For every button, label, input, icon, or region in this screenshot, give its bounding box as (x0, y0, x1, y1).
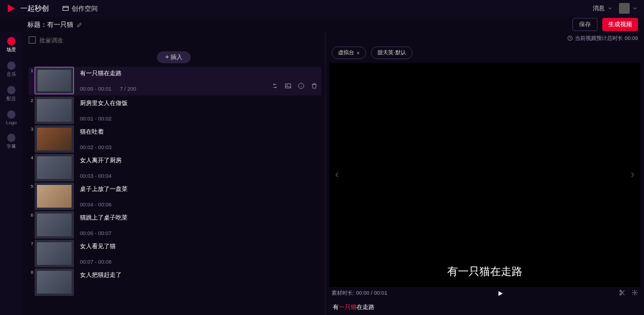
scene-tool-image-icon[interactable] (284, 82, 292, 91)
select-all-checkbox[interactable] (29, 36, 36, 44)
scene-thumbnail[interactable] (35, 154, 74, 181)
scene-text: 桌子上放了一盘菜 (80, 185, 315, 193)
scene-thumbnail[interactable] (35, 125, 74, 153)
scene-text: 猫跳上了桌子吃菜 (80, 214, 315, 222)
messages-label: 消息 (593, 4, 605, 13)
save-button[interactable]: 保存 (572, 18, 597, 31)
edit-title-icon[interactable] (77, 21, 83, 27)
rail-item-label: 场景 (7, 47, 16, 53)
scene-text: 厨房里女人在做饭 (80, 99, 315, 107)
scene-text: 女人把猫赶走了 (80, 271, 315, 279)
scene-thumbnail[interactable] (35, 67, 74, 94)
scene-thumbnail[interactable] (35, 240, 74, 267)
scene-time: 00:02 - 00:03 (80, 144, 315, 150)
total-duration: 当前视频预计总时长 00:09 (575, 35, 638, 42)
scene-time: 00:03 - 00:04 (80, 173, 315, 179)
scene-number: 6 (29, 211, 33, 239)
user-menu-chevron-icon[interactable] (632, 5, 638, 11)
scene-item[interactable]: 8 女人把猫赶走了 (29, 268, 321, 296)
scene-text: 猫在吐着 (80, 128, 315, 136)
scene-thumbnail[interactable] (35, 268, 74, 296)
chip-voice-default[interactable]: 甜天英·默认 (371, 47, 413, 59)
prev-frame-icon[interactable] (333, 171, 341, 179)
scene-number: 3 (29, 125, 33, 153)
scene-tool-delete-icon[interactable] (311, 82, 318, 91)
subtitle-pre: 有 (333, 304, 339, 310)
scene-item[interactable]: 4 女人离开了厨房 00:03 - 00:04 (29, 154, 321, 181)
video-caption: 有一只猫在走路 (329, 264, 640, 279)
chevron-down-icon (607, 5, 613, 11)
generate-video-button[interactable]: 生成视频 (602, 18, 638, 31)
scene-tool-info-icon[interactable] (298, 82, 305, 91)
scene-number: 8 (29, 268, 33, 296)
scene-time: 00:06 - 00:07 (80, 230, 315, 236)
page-title: 标题：有一只猫 (27, 20, 73, 29)
rail-item-label: Logo (6, 120, 17, 125)
workspace-link[interactable]: 创作空间 (62, 4, 98, 13)
scene-text: 女人离开了厨房 (80, 156, 315, 165)
rail-item-voice[interactable]: 配音 (2, 84, 20, 104)
scene-char-count: 7 / 200 (120, 86, 137, 92)
scene-number: 1 (29, 67, 33, 94)
rail-item-label: 配音 (7, 95, 16, 102)
next-frame-icon[interactable] (628, 171, 637, 179)
scene-time: 00:01 - 00:02 (80, 116, 315, 122)
scene-thumbnail[interactable] (35, 211, 74, 239)
scene-time: 00:04 - 00:06 (80, 202, 315, 208)
avatar[interactable] (619, 3, 630, 14)
svg-point-12 (634, 292, 636, 294)
scene-number: 7 (29, 240, 33, 267)
chip-close-icon[interactable]: × (357, 50, 360, 56)
svg-point-8 (620, 290, 621, 292)
clip-timer: 素材时长: 00:00 / 00:01 (332, 289, 388, 297)
side-rail: 场景 音乐 配音 Logo 字幕 (0, 32, 23, 315)
scene-time: 00:00 - 00:01 (80, 86, 112, 92)
brand-name: 一起秒创 (20, 4, 49, 14)
rail-item-label: 字幕 (7, 143, 16, 150)
subtitle-highlight: 一只猫 (339, 304, 357, 310)
rail-item-label: 音乐 (7, 71, 16, 78)
clock-icon (567, 35, 573, 41)
svg-rect-0 (63, 7, 69, 11)
scene-item[interactable]: 1 有一只猫在走路 00:00 - 00:01 7 / 200 (29, 67, 321, 95)
scene-thumbnail[interactable] (35, 183, 74, 210)
scene-number: 5 (29, 183, 33, 210)
cut-tool-icon[interactable] (619, 289, 626, 297)
rail-item-subtitle[interactable]: 字幕 (2, 131, 20, 152)
scene-item[interactable]: 5 桌子上放了一盘菜 00:04 - 00:06 (29, 183, 321, 210)
scene-item[interactable]: 6 猫跳上了桌子吃菜 00:06 - 00:07 (29, 211, 321, 239)
rail-item-music[interactable]: 音乐 (2, 59, 20, 80)
scene-number: 2 (29, 97, 33, 124)
settings-tool-icon[interactable] (631, 289, 638, 297)
insert-scene-button[interactable]: + 插入 (157, 51, 191, 63)
rail-item-scene[interactable]: 场景 (2, 35, 20, 55)
messages-link[interactable]: 消息 (593, 4, 613, 13)
chip-virtual-stage[interactable]: 虚拟台 × (332, 47, 366, 59)
scene-thumbnail[interactable] (35, 97, 74, 124)
subtitle-editor[interactable]: 有一只猫在走路 (326, 299, 644, 315)
scene-text: 女人看见了猫 (80, 242, 315, 251)
scene-text: 有一只猫在走路 (80, 69, 265, 78)
brand-logo-icon (6, 3, 17, 14)
video-preview[interactable]: 有一只猫在走路 (329, 63, 640, 287)
batch-edit-input[interactable] (39, 37, 319, 44)
scene-time: 00:07 - 00:08 (80, 259, 315, 265)
scene-item[interactable]: 2 厨房里女人在做饭 00:01 - 00:02 (29, 97, 321, 124)
scene-tool-swap-icon[interactable] (271, 82, 278, 91)
play-button[interactable] (388, 290, 613, 297)
rail-item-logo[interactable]: Logo (2, 108, 20, 128)
scene-list: 1 有一只猫在走路 00:00 - 00:01 7 / 200 (23, 67, 325, 315)
subtitle-post: 在走路 (357, 304, 374, 310)
chip-label: 虚拟台 (338, 49, 354, 57)
workspace-label: 创作空间 (72, 4, 98, 13)
scene-item[interactable]: 7 女人看见了猫 00:07 - 00:08 (29, 240, 321, 267)
chip-label: 甜天英·默认 (377, 49, 406, 57)
scene-item[interactable]: 3 猫在吐着 00:02 - 00:03 (29, 125, 321, 153)
scene-number: 4 (29, 154, 33, 181)
svg-point-9 (620, 294, 621, 295)
